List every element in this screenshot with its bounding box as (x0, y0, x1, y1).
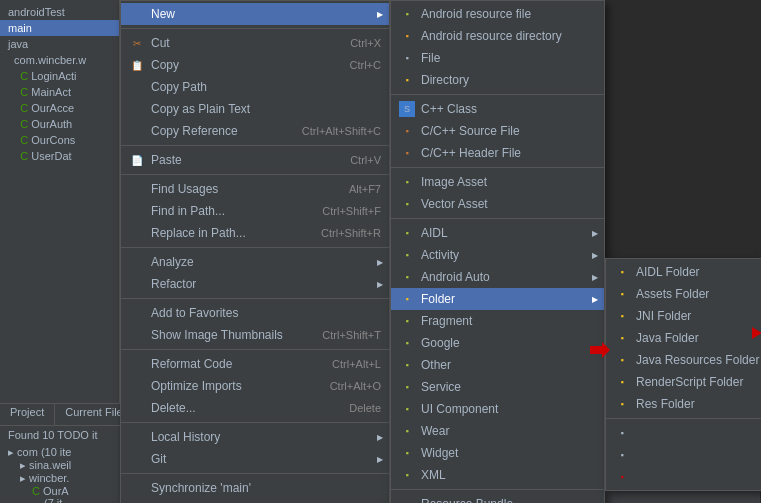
tree-item-androidtest[interactable]: androidTest (0, 4, 119, 20)
menu-item-xml[interactable]: ▪ XML (391, 464, 604, 486)
menu-item-git[interactable]: Git (121, 448, 389, 470)
menu-item-show-thumbnails[interactable]: Show Image Thumbnails Ctrl+Shift+T (121, 324, 389, 346)
menu-item-service[interactable]: ▪ Service (391, 376, 604, 398)
menu-item-show-thumbnails-label: Show Image Thumbnails (151, 328, 302, 342)
menu-item-extra2[interactable]: ▪ (606, 444, 761, 466)
menu-item-jni-folder[interactable]: ▪ JNI Folder (606, 305, 761, 327)
menu-item-cut-shortcut: Ctrl+X (350, 37, 381, 49)
replace-path-icon (129, 225, 145, 241)
menu-item-delete-label: Delete... (151, 401, 329, 415)
menu-item-aidl-folder[interactable]: ▪ AIDL Folder (606, 261, 761, 283)
java-resources-folder-label: Java Resources Folder (636, 353, 759, 367)
context-menu-main: New ✂ Cut Ctrl+X 📋 Copy Ctrl+C Copy Path… (120, 0, 390, 503)
menu-item-add-favorites[interactable]: Add to Favorites (121, 302, 389, 324)
menu-item-paste[interactable]: 📄 Paste Ctrl+V (121, 149, 389, 171)
android-resource-file-icon: ▪ (399, 6, 415, 22)
android-auto-label: Android Auto (421, 270, 596, 284)
service-icon: ▪ (399, 379, 415, 395)
menu-item-android-resource-file[interactable]: ▪ Android resource file (391, 3, 604, 25)
menu-item-java-folder[interactable]: ▪ Java Folder (606, 327, 761, 349)
find-path-icon (129, 203, 145, 219)
menu-item-cut[interactable]: ✂ Cut Ctrl+X (121, 32, 389, 54)
menu-item-renderscript-folder[interactable]: ▪ RenderScript Folder (606, 371, 761, 393)
java-folder-icon: ▪ (614, 330, 630, 346)
tree-item-mainact[interactable]: C MainAct (0, 84, 119, 100)
menu-item-cpp-header[interactable]: ▪ C/C++ Header File (391, 142, 604, 164)
menu-item-file[interactable]: ▪ File (391, 47, 604, 69)
android-resource-dir-icon: ▪ (399, 28, 415, 44)
menu-item-paste-shortcut: Ctrl+V (350, 154, 381, 166)
menu-item-analyze[interactable]: Analyze (121, 251, 389, 273)
image-asset-label: Image Asset (421, 175, 596, 189)
wear-icon: ▪ (399, 423, 415, 439)
tree-item-userdat[interactable]: C UserDat (0, 148, 119, 164)
menu-item-ui-component[interactable]: ▪ UI Component (391, 398, 604, 420)
menu-item-refactor[interactable]: Refactor (121, 273, 389, 295)
folder-label: Folder (421, 292, 596, 306)
menu-item-aidl[interactable]: ▪ AIDL (391, 222, 604, 244)
menu-item-delete[interactable]: Delete... Delete (121, 397, 389, 419)
menu-item-reformat[interactable]: Reformat Code Ctrl+Alt+L (121, 353, 389, 375)
scissors-icon: ✂ (129, 35, 145, 51)
cpp-header-icon: ▪ (399, 145, 415, 161)
menu-item-widget[interactable]: ▪ Widget (391, 442, 604, 464)
menu-item-find-path[interactable]: Find in Path... Ctrl+Shift+F (121, 200, 389, 222)
menu-item-new-label: New (151, 7, 381, 21)
menu-item-local-history[interactable]: Local History (121, 426, 389, 448)
menu-item-replace-path[interactable]: Replace in Path... Ctrl+Shift+R (121, 222, 389, 244)
menu-item-extra1[interactable]: ▪ (606, 422, 761, 444)
local-history-icon (129, 429, 145, 445)
optimize-icon (129, 378, 145, 394)
menu-item-copy-ref[interactable]: Copy Reference Ctrl+Alt+Shift+C (121, 120, 389, 142)
tab-project[interactable]: Project (0, 404, 55, 425)
menu-item-java-resources-folder[interactable]: ▪ Java Resources Folder (606, 349, 761, 371)
cpp-class-icon: S (399, 101, 415, 117)
menu-item-extra3[interactable]: ▪ (606, 466, 761, 488)
android-resource-file-label: Android resource file (421, 7, 596, 21)
tree-item-loginact[interactable]: C LoginActi (0, 68, 119, 84)
copy-plain-icon (129, 101, 145, 117)
menu-item-res-folder[interactable]: ▪ Res Folder (606, 393, 761, 415)
menu-item-fragment[interactable]: ▪ Fragment (391, 310, 604, 332)
synchronize-icon (129, 480, 145, 496)
menu-item-android-resource-dir[interactable]: ▪ Android resource directory (391, 25, 604, 47)
copy-path-icon (129, 79, 145, 95)
menu-item-activity[interactable]: ▪ Activity (391, 244, 604, 266)
menu-item-image-asset[interactable]: ▪ Image Asset (391, 171, 604, 193)
menu-item-google[interactable]: ▪ Google (391, 332, 604, 354)
tree-item-main[interactable]: main (0, 20, 119, 36)
menu-item-copy-plain[interactable]: Copy as Plain Text (121, 98, 389, 120)
menu-item-copy-path[interactable]: Copy Path (121, 76, 389, 98)
menu-item-directory[interactable]: ▪ Directory (391, 69, 604, 91)
menu-item-show-explorer[interactable]: Show in Explorer (121, 499, 389, 503)
menu-item-vector-asset[interactable]: ▪ Vector Asset (391, 193, 604, 215)
menu-item-copy[interactable]: 📋 Copy Ctrl+C (121, 54, 389, 76)
menu-item-delete-shortcut: Delete (349, 402, 381, 414)
ui-component-icon: ▪ (399, 401, 415, 417)
file-icon: ▪ (399, 50, 415, 66)
menu-item-add-favorites-label: Add to Favorites (151, 306, 381, 320)
widget-label: Widget (421, 446, 596, 460)
tree-item-com[interactable]: com.wincber.w (0, 52, 119, 68)
menu-item-find-usages[interactable]: Find Usages Alt+F7 (121, 178, 389, 200)
menu-item-optimize[interactable]: Optimize Imports Ctrl+Alt+O (121, 375, 389, 397)
menu-item-new[interactable]: New (121, 3, 389, 25)
menu-item-synchronize[interactable]: Synchronize 'main' (121, 477, 389, 499)
refactor-icon (129, 276, 145, 292)
service-label: Service (421, 380, 596, 394)
tree-item-ouracce[interactable]: C OurAcce (0, 100, 119, 116)
menu-item-resource-bundle[interactable]: ▪ Resource Bundle (391, 493, 604, 503)
tree-item-ourauth[interactable]: C OurAuth (0, 116, 119, 132)
menu-item-assets-folder[interactable]: ▪ Assets Folder (606, 283, 761, 305)
extra1-icon: ▪ (614, 425, 630, 441)
menu-item-copy-ref-label: Copy Reference (151, 124, 282, 138)
menu-item-reformat-label: Reformat Code (151, 357, 312, 371)
menu-item-folder[interactable]: ▪ Folder (391, 288, 604, 310)
menu-item-android-auto[interactable]: ▪ Android Auto (391, 266, 604, 288)
menu-item-cpp-class[interactable]: S C++ Class (391, 98, 604, 120)
menu-item-wear[interactable]: ▪ Wear (391, 420, 604, 442)
tree-item-ourcons[interactable]: C OurCons (0, 132, 119, 148)
menu-item-other[interactable]: ▪ Other (391, 354, 604, 376)
tree-item-java[interactable]: java (0, 36, 119, 52)
menu-item-cpp-source[interactable]: ▪ C/C++ Source File (391, 120, 604, 142)
